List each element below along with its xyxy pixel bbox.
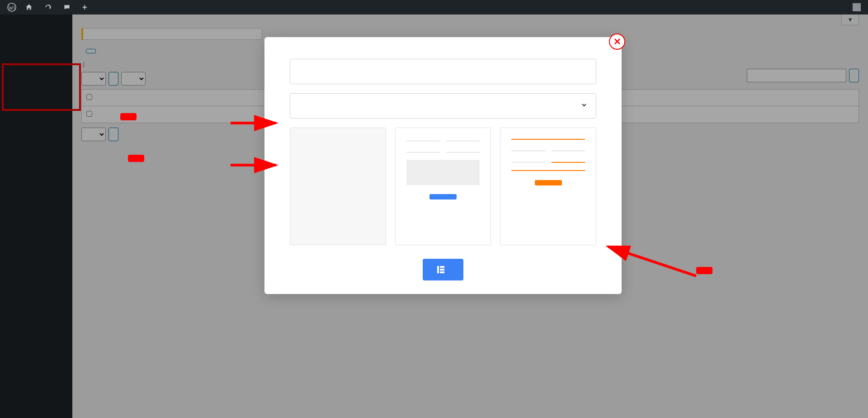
annotation-form-type [128,155,144,162]
wp-logo[interactable] [4,0,20,14]
svg-rect-3 [440,269,444,271]
howdy[interactable] [846,0,864,14]
svg-rect-4 [440,271,444,273]
close-icon[interactable]: ✕ [609,33,625,50]
elementor-icon [436,265,445,274]
create-form-modal: ✕ [264,37,622,294]
annotation-form-name [120,113,137,120]
template-grid [290,128,596,245]
svg-rect-2 [440,266,444,268]
admin-bar: + [0,0,868,14]
form-name-field[interactable] [290,59,596,84]
chevron-down-icon [580,101,588,111]
avatar [853,3,861,11]
svg-rect-1 [437,266,439,273]
new-content[interactable]: + [79,0,94,14]
template-general[interactable] [395,128,491,245]
updates[interactable] [41,0,58,14]
template-blank[interactable] [290,128,386,245]
edit-form-button[interactable] [423,259,463,280]
form-type-select[interactable] [290,93,596,119]
template-details[interactable] [500,128,596,245]
annotation-choose-template [696,267,712,274]
site-home[interactable] [22,0,39,14]
comments-ab[interactable] [60,0,77,14]
